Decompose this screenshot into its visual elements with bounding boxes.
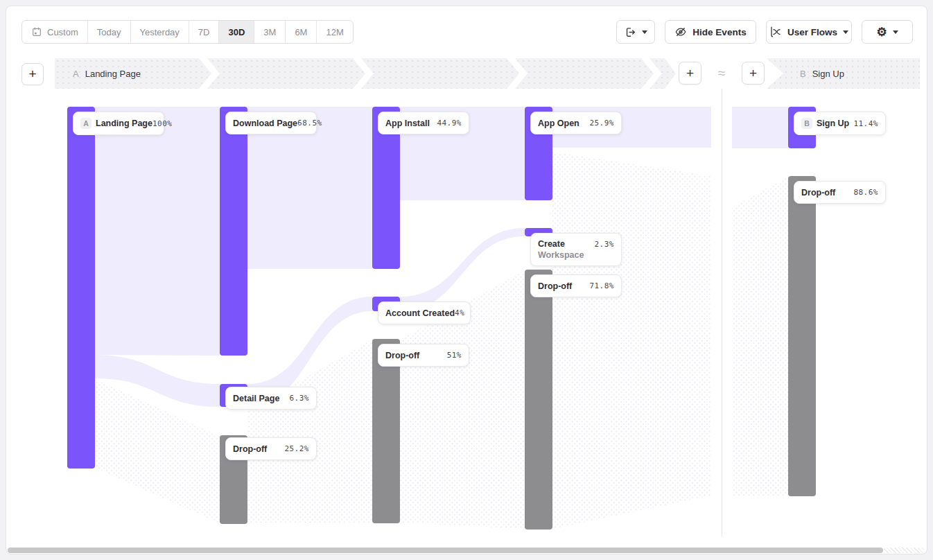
node-percentage: 6.3% (290, 394, 310, 403)
node-name: Drop-off (801, 188, 853, 198)
node-label-create-workspace[interactable]: Create2.3%Workspace (530, 233, 622, 266)
horizontal-scrollbar-thumb[interactable] (8, 548, 883, 553)
user-flows-app-window: CustomTodayYesterday7D30D3M6M12M Hide Ev… (6, 6, 927, 554)
node-name: Detail Page (233, 394, 290, 403)
node-name: App Install (385, 119, 437, 128)
node-label-account-created[interactable]: Account Created4% (378, 301, 471, 324)
node-name: Download Page (233, 119, 297, 128)
node-name: Drop-off (538, 281, 589, 291)
node-percentage: 68.5% (297, 119, 322, 128)
node-name: Create (538, 239, 595, 249)
node-name: Sign Up (817, 119, 853, 128)
node-name: Landing Page (96, 119, 152, 128)
node-label-app-install[interactable]: App Install44.9% (378, 112, 469, 134)
node-bar-drop-off-5[interactable] (788, 176, 816, 496)
node-percentage: 2.3% (595, 240, 615, 249)
step-letter-badge: A (80, 118, 91, 129)
node-name: Drop-off (233, 444, 284, 454)
node-label-download-page[interactable]: Download Page68.5% (225, 112, 317, 134)
flow-band (95, 107, 220, 356)
drop-off-band (247, 340, 372, 523)
node-label-landing-page[interactable]: ALanding Page100% (73, 112, 164, 135)
node-name-line2: Workspace (538, 250, 614, 260)
node-percentage: 25.9% (589, 119, 614, 128)
node-percentage: 25.2% (284, 444, 309, 453)
node-percentage: 4% (455, 308, 464, 317)
horizontal-scrollbar-track (884, 548, 924, 553)
node-label-drop-off-2[interactable]: Drop-off25.2% (225, 437, 317, 460)
node-label-drop-off-3[interactable]: Drop-off51% (378, 344, 469, 367)
drop-off-band (552, 152, 711, 529)
node-percentage: 88.6% (853, 188, 878, 197)
step-letter-badge: B (801, 118, 812, 129)
node-percentage: 71.8% (589, 281, 614, 290)
approx-symbol: ≈ (712, 58, 731, 89)
node-label-app-open[interactable]: App Open25.9% (530, 112, 622, 134)
node-percentage: 44.9% (437, 119, 462, 128)
drop-off-band (732, 177, 788, 496)
node-bar-download-page[interactable] (220, 107, 247, 356)
node-name: Account Created (385, 308, 455, 318)
node-label-drop-off-4[interactable]: Drop-off71.8% (530, 274, 622, 297)
node-bar-drop-off-4[interactable] (525, 270, 552, 530)
node-percentage: 11.4% (853, 119, 878, 128)
node-name: App Open (538, 119, 589, 128)
node-name: Drop-off (385, 351, 447, 360)
node-label-sign-up[interactable]: BSign Up11.4% (794, 112, 886, 135)
node-bar-landing-page[interactable] (67, 107, 95, 469)
node-percentage: 100% (152, 119, 173, 128)
node-percentage: 51% (447, 351, 462, 360)
node-label-detail-page[interactable]: Detail Page6.3% (225, 387, 317, 410)
node-label-drop-off-5[interactable]: Drop-off88.6% (794, 181, 886, 204)
flow-band (732, 107, 788, 148)
